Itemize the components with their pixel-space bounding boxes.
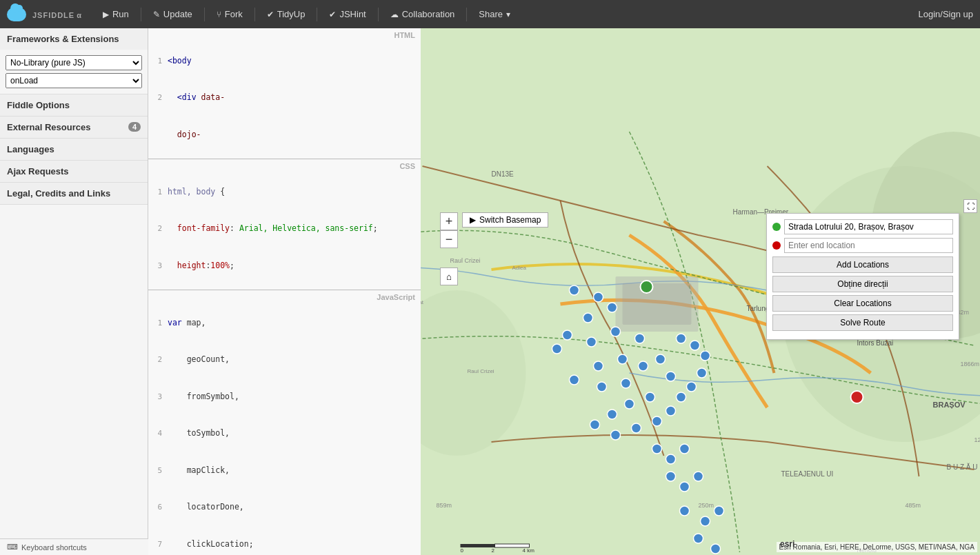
svg-point-25 bbox=[608, 410, 617, 419]
svg-point-39 bbox=[694, 534, 703, 543]
external-resources-badge: 4 bbox=[128, 122, 141, 132]
run-button[interactable]: ▶ Run bbox=[96, 6, 136, 23]
svg-point-21 bbox=[656, 354, 666, 364]
html-code[interactable]: 1<body 2 <div data- dojo- type="dijit/la… bbox=[148, 28, 421, 159]
home-button[interactable]: ⌂ bbox=[440, 268, 458, 285]
add-locations-button[interactable]: Add Locations bbox=[772, 256, 953, 273]
route-input-row-1 bbox=[772, 219, 953, 234]
svg-point-7 bbox=[594, 292, 603, 302]
esri-logo: esri bbox=[780, 536, 808, 552]
svg-text:esri: esri bbox=[780, 539, 794, 549]
languages-header[interactable]: Languages bbox=[0, 139, 148, 160]
ajax-requests-section: Ajax Requests bbox=[0, 161, 148, 183]
keyboard-shortcuts-label: Keyboard shortcuts bbox=[21, 543, 87, 552]
obtine-directii-button[interactable]: Obține direcții bbox=[772, 276, 953, 292]
svg-point-20 bbox=[639, 361, 648, 371]
svg-point-9 bbox=[608, 303, 617, 312]
frameworks-header[interactable]: Frameworks & Extensions bbox=[0, 28, 148, 50]
cloud-icon bbox=[7, 8, 26, 21]
code-line: 3 height:100%; bbox=[148, 260, 421, 273]
share-button[interactable]: Share ▾ bbox=[472, 6, 517, 23]
login-button[interactable]: Login/Sign up bbox=[918, 9, 973, 19]
css-editor[interactable]: CSS 1html, body { 2 font-family: Arial, … bbox=[148, 159, 421, 290]
svg-text:TELEAJENUL UI: TELEAJENUL UI bbox=[781, 470, 834, 478]
app-title-text: JSFIDDLE bbox=[32, 11, 74, 19]
start-pin-icon bbox=[772, 223, 781, 231]
end-location-input[interactable] bbox=[784, 238, 953, 253]
main-area: Frameworks & Extensions No-Library (pure… bbox=[0, 28, 980, 555]
svg-point-34 bbox=[680, 482, 690, 492]
svg-point-46 bbox=[690, 341, 700, 350]
svg-point-15 bbox=[618, 354, 628, 364]
svg-point-48 bbox=[641, 281, 653, 293]
svg-text:DN13E: DN13E bbox=[492, 170, 514, 178]
app-subtitle: α bbox=[77, 11, 82, 19]
jshint-label: JSHint bbox=[339, 9, 366, 19]
svg-point-36 bbox=[680, 506, 690, 516]
divider-4 bbox=[317, 8, 317, 21]
map-background: DN13E DN13E Raul Crizei Harman—Prejmer T… bbox=[421, 28, 980, 555]
route-panel: Add Locations Obține direcții Clear Loca… bbox=[766, 213, 959, 340]
fork-button[interactable]: ⑂ Fork bbox=[210, 6, 250, 23]
tidyup-button[interactable]: ✔ TidyUp bbox=[260, 6, 312, 23]
app-title: JSFIDDLEα bbox=[30, 8, 82, 20]
svg-point-6 bbox=[570, 285, 579, 295]
sidebar: Frameworks & Extensions No-Library (pure… bbox=[0, 28, 148, 555]
svg-text:859m: 859m bbox=[437, 502, 452, 509]
svg-point-22 bbox=[666, 372, 676, 381]
editors-panel: HTML 1<body 2 <div data- dojo- type="dij… bbox=[148, 28, 421, 555]
svg-rect-5 bbox=[623, 283, 692, 325]
js-editor[interactable]: JavaScript 1var map, 2 geoCount, 3 fromS… bbox=[148, 290, 421, 555]
external-resources-header[interactable]: External Resources 4 bbox=[0, 117, 148, 138]
share-label: Share bbox=[479, 9, 503, 19]
svg-point-49 bbox=[851, 391, 863, 403]
zoom-controls: + − bbox=[440, 212, 458, 248]
svg-text:B U Z Ă U: B U Z Ă U bbox=[947, 463, 978, 471]
triangle-icon: ▶ bbox=[470, 215, 476, 225]
expand-button[interactable]: ⛶ bbox=[963, 199, 977, 213]
ajax-requests-header[interactable]: Ajax Requests bbox=[0, 161, 148, 182]
jshint-button[interactable]: ✔ JSHint bbox=[322, 6, 372, 23]
code-line: 1html, body { bbox=[148, 186, 421, 199]
library-select[interactable]: No-Library (pure JS) jQuery React Angula… bbox=[6, 55, 142, 70]
svg-point-38 bbox=[714, 506, 724, 516]
svg-point-13 bbox=[611, 327, 621, 336]
code-line: 1<body bbox=[148, 55, 421, 68]
css-code[interactable]: 1html, body { 2 font-family: Arial, Helv… bbox=[148, 159, 421, 290]
load-select[interactable]: onLoad onDomReady No-Wrap bbox=[6, 73, 142, 88]
end-pin-icon bbox=[772, 241, 781, 250]
collaboration-button[interactable]: ☁ Collaboration bbox=[383, 6, 462, 23]
svg-text:1866m: 1866m bbox=[961, 361, 980, 367]
svg-text:Raul Crizei: Raul Crizei bbox=[450, 257, 481, 264]
clear-locations-button[interactable]: Clear Locations bbox=[772, 295, 953, 312]
svg-point-35 bbox=[694, 472, 703, 481]
collaboration-label: Collaboration bbox=[402, 9, 455, 19]
keyboard-shortcuts-btn[interactable]: ⌨ Keyboard shortcuts bbox=[0, 538, 148, 555]
code-line: 5 mapClick, bbox=[148, 465, 421, 478]
switch-basemap-button[interactable]: ▶ Switch Basemap bbox=[462, 212, 548, 228]
fork-icon: ⑂ bbox=[217, 10, 221, 19]
fiddle-options-header[interactable]: Fiddle Options bbox=[0, 94, 148, 116]
js-code[interactable]: 1var map, 2 geoCount, 3 fromSymbol, 4 to… bbox=[148, 290, 421, 555]
svg-text:485m: 485m bbox=[906, 502, 921, 509]
toolbar: JSFIDDLEα ▶ Run ✎ Update ⑂ Fork ✔ TidyUp… bbox=[0, 0, 980, 28]
run-icon: ▶ bbox=[103, 10, 109, 19]
expand-icon: ⛶ bbox=[967, 202, 974, 210]
svg-point-29 bbox=[652, 416, 662, 426]
fork-label: Fork bbox=[225, 9, 243, 19]
code-line: dojo- bbox=[148, 129, 421, 142]
solve-route-button[interactable]: Solve Route bbox=[772, 314, 953, 331]
zoom-in-button[interactable]: + bbox=[440, 212, 458, 230]
jshint-icon: ✔ bbox=[329, 10, 336, 19]
zoom-out-button[interactable]: − bbox=[440, 230, 458, 248]
legal-header[interactable]: Legal, Credits and Links bbox=[0, 183, 148, 204]
switch-basemap-label: Switch Basemap bbox=[479, 215, 541, 225]
map-container[interactable]: DN13E DN13E Raul Crizei Harman—Prejmer T… bbox=[421, 28, 980, 555]
svg-point-43 bbox=[687, 382, 697, 392]
svg-point-24 bbox=[625, 399, 634, 409]
html-editor[interactable]: HTML 1<body 2 <div data- dojo- type="dij… bbox=[148, 28, 421, 159]
svg-point-19 bbox=[621, 379, 631, 388]
update-button[interactable]: ✎ Update bbox=[146, 6, 199, 23]
start-location-input[interactable] bbox=[784, 219, 953, 234]
code-line: 6 locatorDone, bbox=[148, 501, 421, 514]
